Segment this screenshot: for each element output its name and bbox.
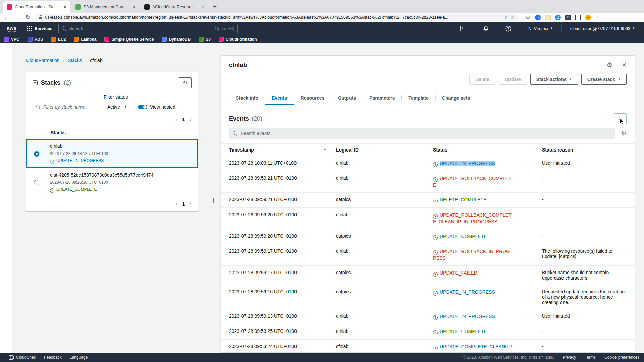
column-header-timestamp[interactable]: Timestamp▼ bbox=[221, 144, 331, 156]
footer-cookie-preferences[interactable]: Cookie preferences bbox=[604, 355, 639, 360]
event-status-link[interactable]: UPDATE_COMPLETE bbox=[440, 329, 487, 334]
event-status-link[interactable]: UPDATE_IN_PROGRESS bbox=[440, 161, 495, 166]
favorite-shortcut[interactable]: S3 bbox=[199, 37, 211, 42]
tab[interactable]: Change sets bbox=[435, 92, 477, 105]
zoom-extension-icon[interactable]: Z bbox=[555, 15, 561, 20]
tab[interactable]: Stack info bbox=[229, 92, 265, 105]
services-menu[interactable]: Services bbox=[27, 26, 53, 31]
back-icon[interactable]: ← bbox=[4, 15, 9, 20]
event-status-link[interactable]: UPDATE_FAILED bbox=[440, 270, 477, 276]
split-divider[interactable] bbox=[209, 43, 221, 353]
favorite-shortcut[interactable]: CloudFormation bbox=[219, 37, 257, 42]
create-stack-button[interactable]: Create stack▼ bbox=[581, 74, 627, 85]
share-icon[interactable]: ⇧ bbox=[504, 15, 508, 20]
browser-tab[interactable]: ACloudGuru-Resources/Cours... × bbox=[141, 1, 208, 13]
notes-extension-icon[interactable] bbox=[545, 15, 551, 20]
stack-name[interactable]: cfst-4205-52ec15870873c0da3c55d5b77cd494… bbox=[50, 172, 153, 178]
collapse-icon[interactable] bbox=[33, 80, 38, 85]
reload-icon[interactable]: ↻ bbox=[25, 15, 30, 20]
aws-logo[interactable]: aws bbox=[5, 25, 19, 32]
view-nested-toggle[interactable] bbox=[138, 105, 147, 109]
favorite-shortcut[interactable]: EC2 bbox=[51, 37, 66, 42]
puzzle-extension-icon[interactable]: ⧉ bbox=[565, 15, 571, 20]
stack-filter-input[interactable]: Filter by stack name bbox=[33, 102, 98, 112]
region-selector[interactable]: N. Virginia▼ bbox=[524, 26, 557, 31]
breadcrumb-link[interactable]: Stacks bbox=[68, 58, 82, 63]
event-status-link[interactable]: UPDATE_ROLLBACK_COMPLETE bbox=[433, 176, 512, 188]
footer-feedback[interactable]: Feedback bbox=[40, 355, 66, 360]
event-status-link[interactable]: UPDATE_COMPLETE bbox=[440, 234, 487, 239]
tab[interactable]: Parameters bbox=[363, 92, 401, 105]
column-header-logical-id[interactable]: Logical ID bbox=[331, 144, 428, 156]
event-status-link[interactable]: UPDATE_COMPLETE_CLEANUP_IN_PROGRESS bbox=[433, 344, 512, 353]
page-number[interactable]: 1 bbox=[182, 201, 185, 207]
resize-handle-icon[interactable] bbox=[213, 198, 215, 203]
browser-tab[interactable]: CloudFormation - Stack cfnlab × bbox=[3, 1, 70, 13]
help-icon[interactable]: ? bbox=[501, 26, 516, 32]
notifications-bell-icon[interactable] bbox=[479, 26, 493, 31]
close-icon[interactable]: ✕ bbox=[622, 62, 627, 69]
cloudshell-icon[interactable] bbox=[456, 26, 471, 31]
next-page-icon[interactable]: › bbox=[190, 116, 192, 122]
chevron-down-icon: ▼ bbox=[550, 27, 553, 30]
stack-radio[interactable] bbox=[34, 180, 39, 185]
event-status-link[interactable]: UPDATE_ROLLBACK_COMPLETE_CLEANUP_IN_PROG… bbox=[433, 212, 512, 224]
tab[interactable]: Outputs bbox=[331, 92, 363, 105]
profile-avatar[interactable]: ✦ bbox=[585, 15, 591, 20]
forward-icon[interactable]: → bbox=[15, 15, 20, 20]
browser-menu-icon[interactable]: ⋮ bbox=[595, 15, 600, 20]
console-search-input[interactable]: Search [Option+S] bbox=[58, 24, 238, 33]
stack-list-item[interactable]: cfst-4205-52ec15870873c0da3c55d5b77cd494… bbox=[26, 168, 198, 197]
new-tab-button[interactable]: + bbox=[213, 3, 217, 10]
update-button[interactable]: Update bbox=[499, 74, 527, 85]
tab-separator bbox=[140, 4, 140, 10]
account-menu[interactable]: cloud_user @ 0707-9156-9563▼ bbox=[566, 26, 639, 31]
tab-close-icon[interactable]: × bbox=[63, 4, 67, 10]
browser-tab[interactable]: S3 Management Console × bbox=[72, 1, 139, 13]
footer-cloudshell[interactable]: ❯_CloudShell bbox=[5, 355, 40, 360]
column-header-status[interactable]: Status bbox=[428, 144, 537, 156]
hamburger-menu-icon[interactable] bbox=[3, 48, 9, 353]
event-status-link[interactable]: DELETE_COMPLETE bbox=[440, 197, 486, 202]
column-header-status-reason[interactable]: Status reason bbox=[537, 144, 635, 156]
events-preferences-gear-icon[interactable]: ⚙ bbox=[621, 130, 627, 137]
filter-status-select[interactable]: Active ▼ bbox=[104, 102, 132, 112]
events-refresh-button[interactable]: ↻ bbox=[614, 113, 627, 124]
events-search-input[interactable]: Search events bbox=[229, 128, 615, 139]
favorite-shortcut[interactable]: DynamoDB bbox=[162, 37, 191, 42]
event-status-link[interactable]: UPDATE_IN_PROGRESS bbox=[440, 289, 495, 295]
prev-page-icon[interactable]: ‹ bbox=[176, 116, 178, 122]
favorite-shortcut[interactable]: VPC bbox=[4, 37, 19, 42]
footer-privacy[interactable]: Privacy bbox=[563, 355, 576, 360]
blue-circle-extension-icon[interactable]: ◔ bbox=[535, 15, 541, 20]
stack-radio[interactable] bbox=[34, 151, 39, 157]
search-shortcut-hint: [Option+S] bbox=[214, 26, 234, 31]
stack-actions-button[interactable]: Stack actions▼ bbox=[530, 74, 578, 85]
favorite-shortcut[interactable]: Lambda bbox=[74, 37, 96, 42]
breadcrumb-link[interactable]: CloudFormation bbox=[26, 58, 60, 63]
tab[interactable]: Template bbox=[401, 92, 435, 105]
sort-filter-icon[interactable]: ▼ bbox=[323, 148, 327, 152]
delete-button[interactable]: Delete bbox=[469, 74, 495, 85]
stack-list-item[interactable]: cfnlab 2023-07-28 09:48:13 UTC+0100 UPDA… bbox=[26, 139, 198, 168]
panel-settings-gear-icon[interactable]: ⚙ bbox=[607, 62, 612, 69]
page-number[interactable]: 1 bbox=[182, 117, 185, 122]
prev-page-icon[interactable]: ‹ bbox=[176, 201, 178, 207]
event-status-link[interactable]: UPDATE_IN_PROGRESS bbox=[440, 314, 495, 319]
tab[interactable]: Resources bbox=[294, 92, 331, 105]
next-page-icon[interactable]: › bbox=[190, 201, 192, 207]
tab-close-icon[interactable]: × bbox=[201, 4, 205, 10]
address-bar[interactable]: us-east-1.console.aws.amazon.com/cloudfo… bbox=[35, 14, 518, 21]
settings-extension-icon[interactable]: ⚙ bbox=[525, 15, 531, 20]
footer-terms[interactable]: Terms bbox=[585, 355, 596, 360]
window-extension-icon[interactable] bbox=[575, 15, 581, 20]
footer-language[interactable]: Language bbox=[66, 355, 92, 360]
event-status-link[interactable]: UPDATE_ROLLBACK_IN_PROGRESS bbox=[433, 249, 510, 261]
favorite-shortcut[interactable]: Simple Queue Service bbox=[104, 37, 154, 42]
favorite-shortcut[interactable]: RDS bbox=[28, 37, 43, 42]
stacks-refresh-button[interactable]: ↻ bbox=[179, 77, 192, 88]
tab-close-icon[interactable]: × bbox=[132, 4, 136, 10]
tab[interactable]: Events bbox=[265, 92, 294, 105]
bookmark-star-icon[interactable]: ☆ bbox=[511, 15, 515, 20]
stack-name[interactable]: cfnlab bbox=[50, 143, 108, 149]
